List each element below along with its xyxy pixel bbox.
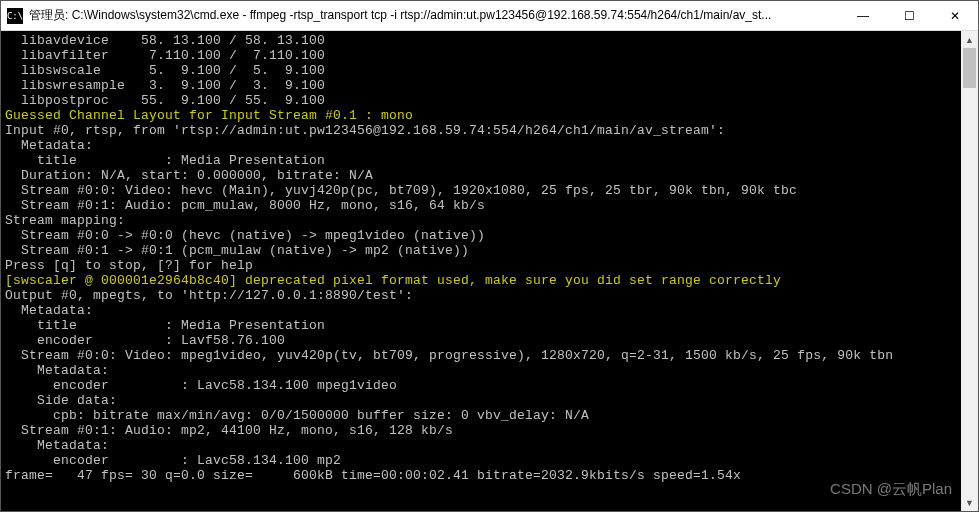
terminal-line: Press [q] to stop, [?] for help xyxy=(5,258,957,273)
terminal-line: libpostproc 55. 9.100 / 55. 9.100 xyxy=(5,93,957,108)
close-button[interactable]: ✕ xyxy=(932,1,978,30)
terminal-line: libavfilter 7.110.100 / 7.110.100 xyxy=(5,48,957,63)
terminal-line: libswscale 5. 9.100 / 5. 9.100 xyxy=(5,63,957,78)
terminal-line: Stream mapping: xyxy=(5,213,957,228)
terminal-line: Side data: xyxy=(5,393,957,408)
maximize-button[interactable]: ☐ xyxy=(886,1,932,30)
terminal-line: Stream #0:0 -> #0:0 (hevc (native) -> mp… xyxy=(5,228,957,243)
terminal-line: Metadata: xyxy=(5,438,957,453)
terminal-area: libavdevice 58. 13.100 / 58. 13.100 liba… xyxy=(1,31,978,511)
vertical-scrollbar[interactable]: ▲ ▼ xyxy=(961,31,978,511)
terminal-line: Metadata: xyxy=(5,138,957,153)
terminal-line: Stream #0:1: Audio: pcm_mulaw, 8000 Hz, … xyxy=(5,198,957,213)
terminal-line: encoder : Lavf58.76.100 xyxy=(5,333,957,348)
terminal-line: frame= 47 fps= 30 q=0.0 size= 600kB time… xyxy=(5,468,957,483)
terminal-line: encoder : Lavc58.134.100 mpeg1video xyxy=(5,378,957,393)
terminal-line: Guessed Channel Layout for Input Stream … xyxy=(5,108,957,123)
terminal-line: Stream #0:0: Video: hevc (Main), yuvj420… xyxy=(5,183,957,198)
terminal-output[interactable]: libavdevice 58. 13.100 / 58. 13.100 liba… xyxy=(1,31,961,511)
terminal-line: libavdevice 58. 13.100 / 58. 13.100 xyxy=(5,33,957,48)
terminal-line: Stream #0:1 -> #0:1 (pcm_mulaw (native) … xyxy=(5,243,957,258)
titlebar[interactable]: C:\ 管理员: C:\Windows\system32\cmd.exe - f… xyxy=(1,1,978,31)
terminal-line: encoder : Lavc58.134.100 mp2 xyxy=(5,453,957,468)
terminal-line: Metadata: xyxy=(5,303,957,318)
terminal-line: libswresample 3. 9.100 / 3. 9.100 xyxy=(5,78,957,93)
terminal-line: Input #0, rtsp, from 'rtsp://admin:ut.pw… xyxy=(5,123,957,138)
window-title: 管理员: C:\Windows\system32\cmd.exe - ffmpe… xyxy=(29,7,840,24)
app-icon: C:\ xyxy=(7,8,23,24)
terminal-line: Stream #0:1: Audio: mp2, 44100 Hz, mono,… xyxy=(5,423,957,438)
minimize-button[interactable]: — xyxy=(840,1,886,30)
terminal-line: title : Media Presentation xyxy=(5,153,957,168)
scroll-up-button[interactable]: ▲ xyxy=(961,31,978,48)
terminal-line: [swscaler @ 000001e2964b8c40] deprecated… xyxy=(5,273,957,288)
window-controls: — ☐ ✕ xyxy=(840,1,978,30)
terminal-line: cpb: bitrate max/min/avg: 0/0/1500000 bu… xyxy=(5,408,957,423)
terminal-line: Stream #0:0: Video: mpeg1video, yuv420p(… xyxy=(5,348,957,363)
terminal-line: Duration: N/A, start: 0.000000, bitrate:… xyxy=(5,168,957,183)
terminal-line: Output #0, mpegts, to 'http://127.0.0.1:… xyxy=(5,288,957,303)
terminal-line: Metadata: xyxy=(5,363,957,378)
terminal-line: title : Media Presentation xyxy=(5,318,957,333)
cmd-window: C:\ 管理员: C:\Windows\system32\cmd.exe - f… xyxy=(0,0,979,512)
scroll-down-button[interactable]: ▼ xyxy=(961,494,978,511)
scrollbar-thumb[interactable] xyxy=(963,48,976,88)
scrollbar-track[interactable] xyxy=(961,48,978,494)
